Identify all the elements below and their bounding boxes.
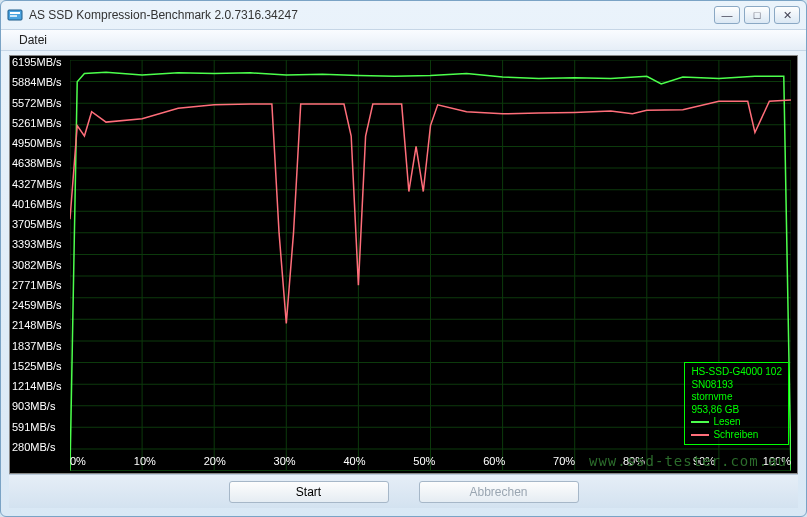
menu-datei[interactable]: Datei [11, 31, 55, 49]
y-axis-labels: 6195MB/s5884MB/s5572MB/s5261MB/s4950MB/s… [10, 56, 70, 453]
legend-write-label: Schreiben [713, 429, 758, 442]
minimize-button[interactable]: — [714, 6, 740, 24]
y-tick: 5884MB/s [10, 76, 70, 88]
start-button[interactable]: Start [229, 481, 389, 503]
y-tick: 1525MB/s [10, 360, 70, 372]
y-tick: 2459MB/s [10, 299, 70, 311]
y-tick: 5261MB/s [10, 117, 70, 129]
app-icon [7, 7, 23, 23]
svg-rect-2 [10, 15, 17, 17]
x-tick: 70% [553, 455, 575, 471]
legend-driver: stornvme [691, 391, 782, 404]
y-tick: 2771MB/s [10, 279, 70, 291]
y-tick: 6195MB/s [10, 56, 70, 68]
window-buttons: — □ ✕ [714, 6, 800, 24]
close-button[interactable]: ✕ [774, 6, 800, 24]
x-tick: 50% [413, 455, 435, 471]
legend-read-label: Lesen [713, 416, 740, 429]
chart-area: 6195MB/s5884MB/s5572MB/s5261MB/s4950MB/s… [9, 55, 798, 474]
x-tick: 30% [274, 455, 296, 471]
menubar: Datei [1, 29, 806, 51]
titlebar: AS SSD Kompression-Benchmark 2.0.7316.34… [1, 1, 806, 29]
maximize-button[interactable]: □ [744, 6, 770, 24]
button-row: Start Abbrechen [9, 474, 798, 508]
x-tick: 20% [204, 455, 226, 471]
content: 6195MB/s5884MB/s5572MB/s5261MB/s4950MB/s… [1, 51, 806, 516]
x-tick: 60% [483, 455, 505, 471]
y-tick: 280MB/s [10, 441, 70, 453]
y-tick: 1214MB/s [10, 380, 70, 392]
x-tick: 40% [343, 455, 365, 471]
y-tick: 3082MB/s [10, 259, 70, 271]
legend-serial: SN08193 [691, 379, 782, 392]
window-title: AS SSD Kompression-Benchmark 2.0.7316.34… [29, 8, 714, 22]
legend-read-swatch [691, 421, 709, 423]
legend-read: Lesen [691, 416, 782, 429]
legend-capacity: 953,86 GB [691, 404, 782, 417]
y-tick: 1837MB/s [10, 340, 70, 352]
y-tick: 4327MB/s [10, 178, 70, 190]
legend-write: Schreiben [691, 429, 782, 442]
abort-button[interactable]: Abbrechen [419, 481, 579, 503]
y-tick: 5572MB/s [10, 97, 70, 109]
y-tick: 3393MB/s [10, 238, 70, 250]
chart-plot [70, 60, 791, 471]
y-tick: 3705MB/s [10, 218, 70, 230]
y-tick: 4016MB/s [10, 198, 70, 210]
app-window: AS SSD Kompression-Benchmark 2.0.7316.34… [0, 0, 807, 517]
x-tick: 0% [70, 455, 86, 471]
y-tick: 4950MB/s [10, 137, 70, 149]
svg-rect-1 [10, 12, 20, 14]
watermark: www.ssd-tester.com.au [589, 453, 787, 469]
x-tick: 10% [134, 455, 156, 471]
legend-device: HS-SSD-G4000 102 [691, 366, 782, 379]
y-tick: 903MB/s [10, 400, 70, 412]
legend-box: HS-SSD-G4000 102 SN08193 stornvme 953,86… [684, 362, 789, 445]
legend-write-swatch [691, 434, 709, 436]
y-tick: 591MB/s [10, 421, 70, 433]
y-tick: 2148MB/s [10, 319, 70, 331]
y-tick: 4638MB/s [10, 157, 70, 169]
